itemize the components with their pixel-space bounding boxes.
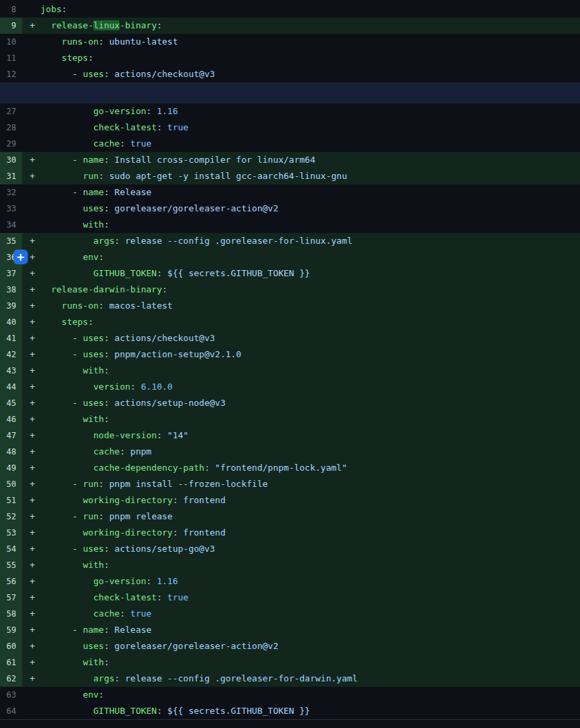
diff-line-38: 38+ release-darwin-binary: (0, 282, 580, 298)
diff-file-view: 8jobs:9+ release-linux-binary:10 runs-on… (0, 0, 580, 728)
diff-added-marker: + (22, 525, 41, 541)
code-text: cache-dependency-path: "frontend/pnpm-lo… (41, 460, 347, 476)
line-number[interactable]: 59 (0, 622, 22, 638)
code-text: args: release --config .goreleaser-for-l… (41, 233, 352, 249)
line-number[interactable]: 44 (0, 379, 22, 395)
diff-added-marker: + (22, 460, 41, 476)
line-number[interactable]: 42 (0, 346, 22, 363)
code-text: - uses: pnpm/action-setup@v2.1.0 (41, 346, 241, 363)
expand-hidden-lines-row[interactable] (0, 82, 580, 103)
line-number[interactable]: 52 (0, 509, 22, 525)
line-number[interactable]: 9 (0, 18, 22, 34)
diff-added-marker: + (22, 638, 41, 654)
line-number[interactable]: 53 (0, 525, 22, 541)
line-number[interactable]: 35 (0, 233, 22, 249)
diff-added-marker (22, 50, 41, 66)
diff-line-54: 54+ - uses: actions/setup-go@v3 (0, 541, 580, 557)
code-text: - name: Install cross-compiler for linux… (41, 152, 315, 168)
diff-added-marker: + (22, 492, 41, 509)
line-number[interactable]: 39 (0, 298, 22, 314)
diff-added-marker: + (22, 379, 41, 395)
line-number[interactable]: 37 (0, 265, 22, 282)
add-comment-button[interactable]: + (14, 250, 28, 264)
diff-added-marker: + (22, 411, 41, 427)
code-text: steps: (41, 50, 93, 66)
diff-line-43: 43+ with: (0, 363, 580, 379)
diff-added-marker (22, 703, 41, 719)
line-number[interactable]: 30 (0, 152, 22, 168)
code-text: - uses: actions/setup-go@v3 (41, 541, 215, 557)
diff-bottom-divider (0, 719, 580, 720)
line-number[interactable]: 48 (0, 444, 22, 460)
code-text: - run: pnpm install --frozen-lockfile (41, 476, 268, 492)
diff-added-marker (22, 201, 41, 217)
line-number[interactable]: 58 (0, 606, 22, 622)
diff-line-44: 44+ version: 6.10.0 (0, 379, 580, 395)
line-number[interactable]: 12 (0, 66, 22, 82)
line-number[interactable]: 49 (0, 460, 22, 476)
diff-line-39: 39+ runs-on: macos-latest (0, 298, 580, 314)
code-text: - uses: actions/checkout@v3 (41, 66, 215, 82)
code-text: check-latest: true (41, 120, 188, 136)
diff-line-34: 34 with: (0, 217, 580, 233)
line-number[interactable]: 28 (0, 120, 22, 136)
line-number[interactable]: 46 (0, 411, 22, 427)
code-text: - uses: actions/setup-node@v3 (41, 395, 226, 411)
code-text: cache: true (41, 136, 151, 152)
line-number[interactable]: 51 (0, 492, 22, 509)
line-number[interactable]: 55 (0, 557, 22, 573)
line-number[interactable]: 8 (0, 1, 22, 18)
line-number[interactable]: 50 (0, 476, 22, 492)
line-number[interactable]: 60 (0, 638, 22, 654)
code-text: - uses: actions/checkout@v3 (41, 330, 215, 346)
diff-line-30: 30+ - name: Install cross-compiler for l… (0, 152, 580, 168)
diff-line-63: 63 env: (0, 687, 580, 703)
line-number[interactable]: 38 (0, 282, 22, 298)
diff-line-27: 27 go-version: 1.16 (0, 103, 580, 120)
diff-added-marker: + (22, 314, 41, 330)
line-number[interactable]: 27 (0, 103, 22, 120)
diff-line-33: 33 uses: goreleaser/goreleaser-action@v2 (0, 201, 580, 217)
diff-added-marker (22, 66, 41, 82)
code-text: runs-on: ubuntu-latest (41, 34, 178, 50)
diff-added-marker: + (22, 476, 41, 492)
line-number[interactable]: 29 (0, 136, 22, 152)
diff-added-marker (22, 136, 41, 152)
diff-line-32: 32 - name: Release (0, 184, 580, 201)
line-number[interactable]: 47 (0, 427, 22, 444)
diff-line-8: 8jobs: (0, 1, 580, 18)
line-number[interactable]: 57 (0, 590, 22, 606)
line-number[interactable]: 43 (0, 363, 22, 379)
code-text: with: (41, 557, 109, 573)
line-number[interactable]: 33 (0, 201, 22, 217)
line-number[interactable]: 63 (0, 687, 22, 703)
line-number[interactable]: 54 (0, 541, 22, 557)
line-number[interactable]: 40 (0, 314, 22, 330)
diff-line-11: 11 steps: (0, 50, 580, 66)
diff-line-50: 50+ - run: pnpm install --frozen-lockfil… (0, 476, 580, 492)
line-number[interactable]: 41 (0, 330, 22, 346)
line-number[interactable]: 11 (0, 50, 22, 66)
code-text: release-darwin-binary: (41, 282, 167, 298)
line-number[interactable]: 61 (0, 654, 22, 671)
line-number[interactable]: 62 (0, 671, 22, 687)
line-number[interactable]: 32 (0, 184, 22, 201)
code-text: uses: goreleaser/goreleaser-action@v2 (41, 201, 278, 217)
diff-added-marker (22, 1, 41, 18)
line-number[interactable]: 56 (0, 573, 22, 590)
line-number[interactable]: 31 (0, 168, 22, 184)
line-number[interactable]: 64 (0, 703, 22, 719)
diff-line-29: 29 cache: true (0, 136, 580, 152)
code-text: with: (41, 411, 109, 427)
code-text: cache: true (41, 606, 151, 622)
diff-added-marker: + (22, 282, 41, 298)
diff-line-31: 31+ run: sudo apt-get -y install gcc-aar… (0, 168, 580, 184)
line-number[interactable]: 45 (0, 395, 22, 411)
line-number[interactable]: 10 (0, 34, 22, 50)
line-number[interactable]: 34 (0, 217, 22, 233)
diff-added-marker (22, 103, 41, 120)
code-text: working-directory: frontend (41, 525, 226, 541)
code-text: release-linux-binary: (41, 18, 162, 34)
diff-added-marker: + (22, 330, 41, 346)
diff-added-marker (22, 687, 41, 703)
